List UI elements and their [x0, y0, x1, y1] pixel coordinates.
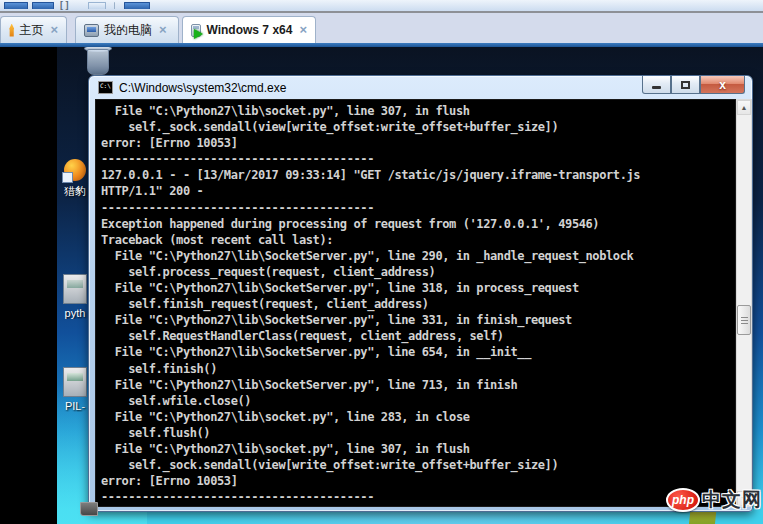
php-cn-watermark: php 中文网 — [666, 487, 762, 513]
close-icon: x — [719, 78, 726, 92]
console-line: Traceback (most recent call last): — [101, 232, 735, 248]
desktop-icon-label: pyth — [58, 307, 92, 319]
console-line: self.wfile.close() — [101, 393, 735, 409]
python-installer-icon — [63, 274, 87, 304]
tab-windows7-close-icon[interactable]: × — [299, 24, 307, 36]
minimize-icon — [652, 86, 661, 89]
vm-display: 猎豹 pyth PIL- C:\Windows\system32\cmd.exe… — [0, 47, 763, 524]
minimize-button[interactable] — [642, 76, 671, 94]
tab-bar: 主页 × 我的电脑 × Windows 7 x64 × — [0, 15, 763, 43]
console-line: self.RequestHandlerClass(request, client… — [101, 328, 735, 344]
console-output[interactable]: File "C:\Python27\lib\socket.py", line 3… — [95, 99, 736, 507]
tab-home-close-icon[interactable]: × — [50, 24, 58, 36]
vm-letterbox — [0, 47, 57, 524]
home-icon — [9, 24, 14, 37]
toolbar-bracket-icon[interactable]: [ ] — [60, 2, 80, 9]
console-line: 127.0.0.1 - - [13/Mar/2017 09:33:14] "GE… — [101, 167, 735, 183]
vmware-workstation-window: [ ] 主页 × 我的电脑 × Windows 7 x64 × — [0, 0, 763, 524]
console-line: ---------------------------------------- — [101, 489, 735, 505]
console-line: File "C:\Python27\lib\SocketServer.py", … — [101, 248, 735, 264]
console-line: error: [Errno 10053] — [101, 135, 735, 151]
window-corner-shadow — [80, 502, 98, 516]
console-scrollbar[interactable]: ▲ ▼ — [736, 99, 752, 507]
console-line: error: [Errno 10053] — [101, 473, 735, 489]
cmd-window-title: C:\Windows\system32\cmd.exe — [119, 81, 286, 95]
console-line: File "C:\Python27\lib\SocketServer.py", … — [101, 344, 735, 360]
tab-my-computer-label: 我的电脑 — [104, 22, 152, 39]
console-line: File "C:\Python27\lib\socket.py", line 2… — [101, 409, 735, 425]
console-line: self.flush() — [101, 425, 735, 441]
close-button[interactable]: x — [700, 76, 745, 94]
toolbar-snapshot-icon[interactable] — [32, 2, 54, 9]
desktop-icon-pil[interactable]: PIL- — [58, 367, 92, 412]
console-line: self.process_request(request, client_add… — [101, 264, 735, 280]
cmd-icon — [98, 81, 113, 94]
vm-play-icon — [191, 24, 201, 37]
console-line: self._sock.sendall(view[write_offset:wri… — [101, 457, 735, 473]
toolbar-console-icon[interactable] — [88, 2, 106, 9]
console-line: File "C:\Python27\lib\socket.py", line 3… — [101, 441, 735, 457]
desktop-icon-label: 猎豹 — [58, 184, 92, 199]
maximize-button[interactable] — [671, 76, 700, 94]
toolbar: [ ] — [0, 0, 763, 13]
console-line: self._sock.sendall(view[write_offset:wri… — [101, 119, 735, 135]
desktop-icon-label: PIL- — [58, 400, 92, 412]
tab-home[interactable]: 主页 × — [0, 16, 67, 43]
console-line: self.finish_request(request, client_addr… — [101, 296, 735, 312]
windows-desktop: 猎豹 pyth PIL- C:\Windows\system32\cmd.exe… — [57, 47, 763, 524]
console-line: HTTP/1.1" 200 - — [101, 183, 735, 199]
pil-installer-icon — [63, 367, 87, 397]
scrollbar-thumb[interactable] — [737, 305, 751, 335]
php-logo-icon: php — [666, 488, 700, 512]
toolbar-separator — [114, 2, 115, 9]
tab-my-computer-close-icon[interactable]: × — [159, 24, 167, 36]
scroll-up-icon[interactable]: ▲ — [737, 100, 751, 115]
console-line: ---------------------------------------- — [101, 200, 735, 216]
tab-windows7-x64[interactable]: Windows 7 x64 × — [182, 16, 316, 43]
tab-windows7-label: Windows 7 x64 — [206, 23, 292, 37]
toolbar-power-icon[interactable] — [4, 2, 28, 9]
desktop-icon-cheetah[interactable]: 猎豹 — [58, 159, 92, 199]
console-line: File "C:\Python27\lib\SocketServer.py", … — [101, 312, 735, 328]
cheetah-browser-icon — [64, 159, 86, 181]
computer-icon — [84, 24, 99, 37]
caption-buttons: x — [642, 76, 745, 94]
console-line: ---------------------------------------- — [101, 151, 735, 167]
console-line: File "C:\Python27\lib\SocketServer.py", … — [101, 280, 735, 296]
watermark-text: 中文网 — [702, 487, 762, 513]
console-line: File "C:\Python27\lib\socket.py", line 3… — [101, 103, 735, 119]
console-line: self.finish() — [101, 361, 735, 377]
console-line: Exception happened during processing of … — [101, 216, 735, 232]
console-line: File "C:\Python27\lib\SocketServer.py", … — [101, 377, 735, 393]
maximize-icon — [681, 81, 690, 89]
desktop-icon-python[interactable]: pyth — [58, 274, 92, 319]
toolbar-fullscreen-icon[interactable] — [124, 2, 150, 9]
cmd-window: C:\Windows\system32\cmd.exe x File "C:\P… — [88, 75, 753, 512]
tab-my-computer[interactable]: 我的电脑 × — [75, 16, 179, 43]
tab-home-label: 主页 — [19, 22, 43, 39]
